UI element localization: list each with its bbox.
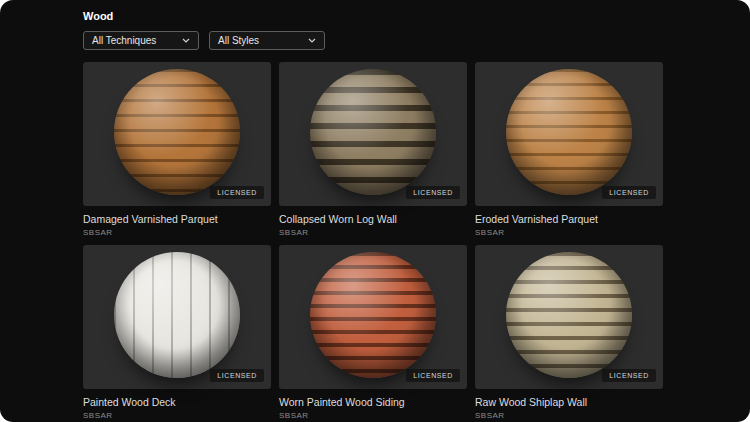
material-card[interactable]: LICENSED Painted Wood Deck SBSAR bbox=[83, 245, 271, 420]
chevron-down-icon bbox=[308, 38, 316, 43]
material-thumbnail[interactable]: LICENSED bbox=[83, 62, 271, 206]
material-card[interactable]: LICENSED Raw Wood Shiplap Wall SBSAR bbox=[475, 245, 663, 420]
techniques-dropdown[interactable]: All Techniques bbox=[83, 31, 199, 50]
filter-bar: All Techniques All Styles bbox=[83, 31, 750, 50]
page-title: Wood bbox=[83, 10, 750, 23]
material-sphere bbox=[114, 252, 240, 378]
licensed-badge: LICENSED bbox=[406, 186, 460, 199]
licensed-badge: LICENSED bbox=[406, 369, 460, 382]
material-thumbnail[interactable]: LICENSED bbox=[83, 245, 271, 389]
chevron-down-icon bbox=[182, 38, 190, 43]
material-thumbnail[interactable]: LICENSED bbox=[475, 245, 663, 389]
material-sphere bbox=[310, 252, 436, 378]
styles-dropdown[interactable]: All Styles bbox=[209, 31, 325, 50]
material-format: SBSAR bbox=[279, 411, 467, 420]
material-format: SBSAR bbox=[475, 228, 663, 237]
material-format: SBSAR bbox=[83, 228, 271, 237]
material-name[interactable]: Worn Painted Wood Siding bbox=[279, 396, 467, 408]
licensed-badge: LICENSED bbox=[210, 186, 264, 199]
material-name[interactable]: Collapsed Worn Log Wall bbox=[279, 213, 467, 225]
material-thumbnail[interactable]: LICENSED bbox=[279, 245, 467, 389]
material-name[interactable]: Damaged Varnished Parquet bbox=[83, 213, 271, 225]
material-sphere bbox=[114, 69, 240, 195]
material-name[interactable]: Raw Wood Shiplap Wall bbox=[475, 396, 663, 408]
material-card[interactable]: LICENSED Collapsed Worn Log Wall SBSAR bbox=[279, 62, 467, 237]
material-format: SBSAR bbox=[83, 411, 271, 420]
materials-grid: LICENSED Damaged Varnished Parquet SBSAR… bbox=[83, 62, 750, 420]
material-card[interactable]: LICENSED Worn Painted Wood Siding SBSAR bbox=[279, 245, 467, 420]
material-sphere bbox=[506, 252, 632, 378]
styles-dropdown-label: All Styles bbox=[218, 35, 259, 46]
material-card[interactable]: LICENSED Damaged Varnished Parquet SBSAR bbox=[83, 62, 271, 237]
material-format: SBSAR bbox=[475, 411, 663, 420]
material-thumbnail[interactable]: LICENSED bbox=[475, 62, 663, 206]
material-thumbnail[interactable]: LICENSED bbox=[279, 62, 467, 206]
licensed-badge: LICENSED bbox=[602, 186, 656, 199]
techniques-dropdown-label: All Techniques bbox=[92, 35, 156, 46]
material-name[interactable]: Eroded Varnished Parquet bbox=[475, 213, 663, 225]
licensed-badge: LICENSED bbox=[602, 369, 656, 382]
material-sphere bbox=[310, 69, 436, 195]
assets-panel: Wood All Techniques All Styles LICENSED … bbox=[0, 0, 750, 422]
material-format: SBSAR bbox=[279, 228, 467, 237]
material-name[interactable]: Painted Wood Deck bbox=[83, 396, 271, 408]
licensed-badge: LICENSED bbox=[210, 369, 264, 382]
material-sphere bbox=[506, 69, 632, 195]
material-card[interactable]: LICENSED Eroded Varnished Parquet SBSAR bbox=[475, 62, 663, 237]
